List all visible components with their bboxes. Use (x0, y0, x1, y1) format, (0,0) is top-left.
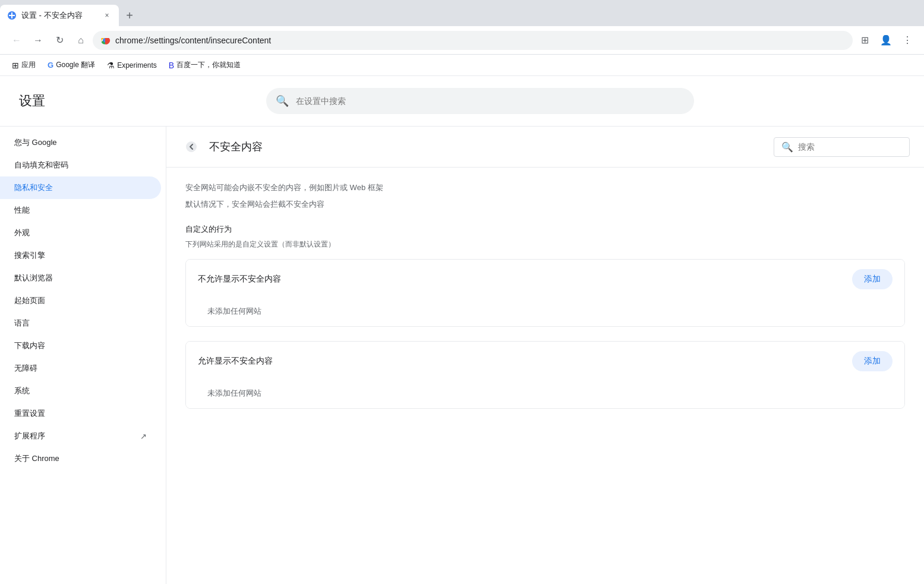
bookmark-translate-label: Google 翻译 (56, 60, 95, 70)
sidebar-label-start-page: 起始页面 (14, 295, 45, 306)
sidebar-item-accessibility[interactable]: 无障碍 (0, 357, 161, 380)
sidebar-label-default-browser: 默认浏览器 (14, 273, 53, 283)
allow-section: 允许显示不安全内容 添加 未添加任何网站 (185, 341, 905, 409)
custom-behavior-sub: 下列网站采用的是自定义设置（而非默认设置） (185, 239, 905, 250)
custom-behavior-label: 自定义的行为 (185, 224, 905, 235)
experiments-icon: ⚗ (107, 61, 115, 70)
allow-title: 允许显示不安全内容 (198, 356, 273, 367)
address-bar[interactable]: chrome://settings/content/insecureConten… (93, 31, 853, 50)
home-button[interactable]: ⌂ (71, 31, 90, 50)
navigation-bar: ← → ↻ ⌂ chrome://settings/content/insecu… (0, 26, 924, 55)
bookmark-experiments-label: Experiments (117, 61, 157, 70)
bookmark-experiments[interactable]: ⚗ Experiments (102, 58, 162, 72)
baidu-icon: B (169, 61, 174, 70)
apps-icon: ⊞ (12, 61, 19, 70)
back-arrow-icon (185, 141, 197, 153)
refresh-button[interactable]: ↻ (50, 31, 69, 50)
sidebar-label-accessibility: 无障碍 (14, 363, 37, 374)
sidebar-label-you-google: 您与 Google (14, 137, 57, 148)
sidebar-label-about-chrome: 关于 Chrome (14, 453, 59, 464)
profile-button[interactable]: 👤 (876, 31, 895, 50)
allow-section-header: 允许显示不安全内容 添加 (186, 342, 904, 381)
sidebar-label-privacy: 隐私和安全 (14, 182, 53, 193)
sidebar-item-search-engine[interactable]: 搜索引擎 (0, 244, 161, 267)
disallow-add-button[interactable]: 添加 (852, 269, 893, 289)
sidebar-item-downloads[interactable]: 下载内容 (0, 334, 161, 357)
sidebar-label-extensions: 扩展程序 (14, 431, 45, 441)
sidebar-item-start-page[interactable]: 起始页面 (0, 289, 161, 312)
settings-search-bar[interactable]: 🔍 (266, 88, 694, 114)
tab-title: 设置 - 不安全内容 (21, 10, 97, 21)
settings-search-input[interactable] (296, 96, 685, 106)
disallow-section-header: 不允许显示不安全内容 添加 (186, 260, 904, 299)
sidebar-item-extensions[interactable]: 扩展程序 ↗ (0, 425, 161, 447)
sidebar-label-system: 系统 (14, 386, 30, 396)
sidebar: 您与 Google 自动填充和密码 隐私和安全 性能 外观 搜索引擎 默认浏览器… (0, 127, 166, 584)
page-header: 不安全内容 🔍 (166, 127, 924, 168)
info-text-line1: 安全网站可能会内嵌不安全的内容，例如图片或 Web 框架 (185, 182, 905, 194)
sidebar-item-appearance[interactable]: 外观 (0, 222, 161, 244)
extensions-button[interactable]: ⊞ (855, 31, 874, 50)
forward-button[interactable]: → (29, 31, 48, 50)
settings-main-title: 设置 (19, 92, 45, 110)
page-search-bar[interactable]: 🔍 (774, 137, 910, 157)
svg-point-2 (186, 141, 197, 152)
sidebar-label-appearance: 外观 (14, 228, 30, 238)
sidebar-item-default-browser[interactable]: 默认浏览器 (0, 267, 161, 289)
sidebar-item-language[interactable]: 语言 (0, 312, 161, 334)
menu-button[interactable]: ⋮ (898, 31, 917, 50)
info-text-line2: 默认情况下，安全网站会拦截不安全内容 (185, 198, 905, 210)
right-panel: 不安全内容 🔍 安全网站可能会内嵌不安全的内容，例如图片或 Web 框架 默认情… (166, 127, 924, 584)
bookmark-translate[interactable]: G Google 翻译 (43, 58, 100, 72)
allow-add-button[interactable]: 添加 (852, 351, 893, 371)
page-search-input[interactable] (798, 142, 902, 151)
allow-empty-text: 未添加任何网站 (186, 381, 904, 408)
sidebar-item-performance[interactable]: 性能 (0, 199, 161, 222)
disallow-title: 不允许显示不安全内容 (198, 274, 281, 285)
sidebar-item-reset[interactable]: 重置设置 (0, 402, 161, 425)
bookmark-apps-label: 应用 (21, 60, 36, 70)
sidebar-item-system[interactable]: 系统 (0, 380, 161, 402)
google-translate-icon: G (48, 61, 53, 70)
sidebar-item-privacy[interactable]: 隐私和安全 (0, 176, 161, 199)
tab-favicon (7, 11, 17, 20)
sidebar-label-downloads: 下载内容 (14, 340, 45, 351)
disallow-section: 不允许显示不安全内容 添加 未添加任何网站 (185, 259, 905, 327)
page-title: 不安全内容 (209, 140, 767, 154)
disallow-empty-text: 未添加任何网站 (186, 299, 904, 326)
sidebar-label-language: 语言 (14, 318, 30, 329)
sidebar-item-you-google[interactable]: 您与 Google (0, 131, 161, 154)
bookmarks-bar: ⊞ 应用 G Google 翻译 ⚗ Experiments B 百度一下，你就… (0, 55, 924, 76)
settings-content: 您与 Google 自动填充和密码 隐私和安全 性能 外观 搜索引擎 默认浏览器… (0, 127, 924, 584)
browser-chrome: 设置 - 不安全内容 × + ← → ↻ ⌂ chrome://settings… (0, 0, 924, 76)
bookmark-apps[interactable]: ⊞ 应用 (7, 58, 40, 72)
settings-header: 设置 🔍 (0, 76, 924, 127)
back-button[interactable]: ← (7, 31, 26, 50)
tab-bar: 设置 - 不安全内容 × + (0, 0, 924, 26)
bookmark-baidu[interactable]: B 百度一下，你就知道 (164, 58, 245, 72)
address-text: chrome://settings/content/insecureConten… (115, 36, 846, 45)
settings-search-icon: 🔍 (276, 94, 289, 108)
sidebar-label-performance: 性能 (14, 205, 30, 216)
sidebar-item-about-chrome[interactable]: 关于 Chrome (0, 447, 161, 470)
sidebar-label-reset: 重置设置 (14, 408, 45, 419)
active-tab[interactable]: 设置 - 不安全内容 × (0, 5, 119, 26)
new-tab-button[interactable]: + (121, 7, 138, 24)
tab-close-btn[interactable]: × (102, 11, 112, 20)
external-link-icon: ↗ (140, 432, 147, 441)
content-body: 安全网站可能会内嵌不安全的内容，例如图片或 Web 框架 默认情况下，安全网站会… (166, 168, 924, 437)
chrome-logo-icon (100, 35, 111, 46)
back-to-privacy-button[interactable] (181, 136, 202, 157)
sidebar-label-search-engine: 搜索引擎 (14, 250, 45, 261)
sidebar-label-autofill: 自动填充和密码 (14, 160, 68, 171)
page-search-icon: 🔍 (781, 141, 793, 153)
bookmark-baidu-label: 百度一下，你就知道 (176, 60, 241, 70)
settings-page: 设置 🔍 您与 Google 自动填充和密码 隐私和安全 性能 外观 (0, 76, 924, 584)
sidebar-item-autofill[interactable]: 自动填充和密码 (0, 154, 161, 176)
